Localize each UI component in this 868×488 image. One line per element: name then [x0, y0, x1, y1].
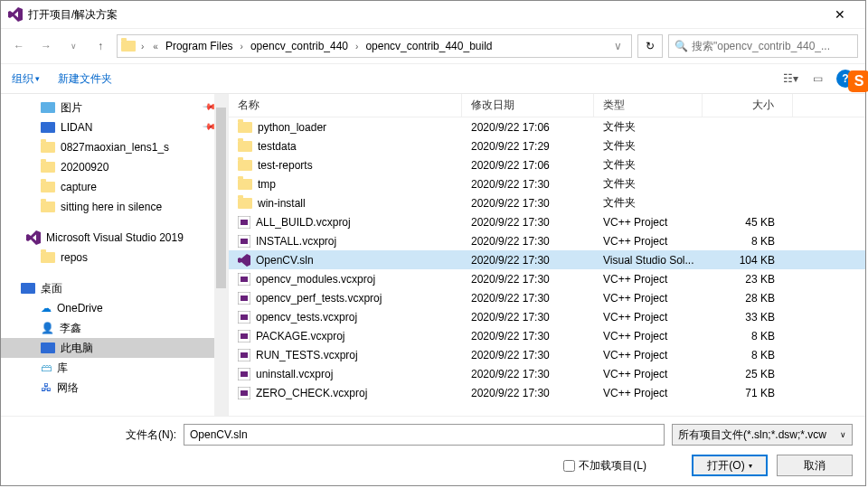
sidebar-item-label: 网络 — [57, 380, 79, 396]
file-date: 2020/9/22 17:06 — [471, 159, 550, 172]
preview-button[interactable]: ▭ — [806, 69, 829, 89]
sidebar-item[interactable]: LIDAN📌 — [1, 117, 228, 137]
col-name[interactable]: 名称 — [229, 94, 462, 117]
open-button[interactable]: 打开(O) ▾ — [692, 455, 768, 476]
navbar: ← → ∨ ↑ › « Program Files › opencv_contr… — [1, 29, 865, 63]
sidebar-item[interactable]: 0827maoxian_lens1_s — [1, 137, 228, 157]
file-size: 33 KB — [745, 311, 775, 324]
sidebar-item-thispc[interactable]: 此电脑 — [1, 338, 228, 358]
file-row[interactable]: opencv_perf_tests.vcxproj2020/9/22 17:30… — [229, 288, 865, 307]
filename-input[interactable] — [184, 424, 665, 446]
sidebar-item-label: 20200920 — [61, 161, 108, 174]
sidebar-item-network[interactable]: 🖧网络 — [1, 378, 228, 398]
search-box[interactable]: 🔍 — [668, 34, 858, 58]
file-row[interactable]: python_loader2020/9/22 17:06文件夹 — [229, 117, 865, 136]
file-size: 28 KB — [745, 292, 775, 305]
bc-seg-2[interactable]: opencv_contrib_440_build — [363, 40, 494, 52]
folder-icon — [41, 182, 55, 192]
noload-checkbox-input[interactable] — [563, 460, 575, 472]
file-row[interactable]: PACKAGE.vcxproj2020/9/22 17:30VC++ Proje… — [229, 326, 865, 345]
sidebar-item-onedrive[interactable]: ☁OneDrive — [1, 298, 228, 318]
file-size: 8 KB — [751, 330, 775, 343]
file-type: VC++ Project — [603, 330, 667, 343]
folder-icon — [238, 160, 252, 171]
file-type: 文件夹 — [603, 138, 636, 154]
filetype-dropdown[interactable]: 所有项目文件(*.sln;*.dsw;*.vcw∨ — [672, 424, 853, 446]
sidebar-item-libraries[interactable]: 🗃库 — [1, 358, 228, 378]
vcxproj-icon — [238, 310, 250, 324]
refresh-button[interactable]: ↻ — [637, 34, 663, 58]
file-row[interactable]: test-reports2020/9/22 17:06文件夹 — [229, 155, 865, 174]
file-row[interactable]: tmp2020/9/22 17:30文件夹 — [229, 174, 865, 193]
file-row[interactable]: ZERO_CHECK.vcxproj2020/9/22 17:30VC++ Pr… — [229, 383, 865, 402]
close-button[interactable]: ✕ — [822, 1, 858, 28]
sidebar-item-vs[interactable]: Microsoft Visual Studio 2019 — [1, 228, 228, 248]
file-name: opencv_perf_tests.vcxproj — [256, 292, 382, 305]
file-row[interactable]: uninstall.vcxproj2020/9/22 17:30VC++ Pro… — [229, 364, 865, 383]
file-row[interactable]: OpenCV.sln2020/9/22 17:30Visual Studio S… — [229, 250, 865, 269]
sidebar-item-desktop[interactable]: 桌面 — [1, 278, 228, 298]
folder-icon — [238, 122, 252, 133]
monitor-icon — [41, 343, 55, 353]
file-row[interactable]: ALL_BUILD.vcxproj2020/9/22 17:30VC++ Pro… — [229, 212, 865, 231]
file-size: 25 KB — [745, 368, 775, 380]
col-type[interactable]: 类型 — [594, 94, 703, 117]
file-row[interactable]: RUN_TESTS.vcxproj2020/9/22 17:30VC++ Pro… — [229, 345, 865, 364]
file-name: ZERO_CHECK.vcxproj — [256, 387, 367, 399]
bc-seg-1[interactable]: opencv_contrib_440 — [249, 40, 350, 52]
sidebar-scrollbar[interactable] — [214, 94, 228, 416]
cancel-button[interactable]: 取消 — [777, 455, 853, 476]
toolbar: 组织 ▾ 新建文件夹 ☷▾ ▭ ? — [1, 63, 865, 94]
file-size: 104 KB — [740, 254, 775, 267]
libraries-icon: 🗃 — [41, 361, 52, 374]
col-size[interactable]: 大小 — [703, 94, 793, 117]
file-row[interactable]: win-install2020/9/22 17:30文件夹 — [229, 193, 865, 212]
forward-button[interactable]: → — [35, 35, 57, 57]
sidebar-item[interactable]: 20200920 — [1, 157, 228, 177]
file-size: 71 KB — [745, 387, 775, 399]
noload-checkbox[interactable]: 不加载项目(L) — [563, 458, 646, 474]
search-input[interactable] — [692, 40, 852, 52]
organize-button[interactable]: 组织 ▾ — [12, 71, 40, 87]
file-list: 名称 修改日期 类型 大小 python_loader2020/9/22 17:… — [229, 94, 865, 416]
file-type: VC++ Project — [603, 292, 667, 305]
file-row[interactable]: opencv_tests.vcxproj2020/9/22 17:30VC++ … — [229, 307, 865, 326]
file-row[interactable]: opencv_modules.vcxproj2020/9/22 17:30VC+… — [229, 269, 865, 288]
sidebar-item[interactable]: capture — [1, 177, 228, 197]
sidebar-item-label: 此电脑 — [61, 341, 93, 356]
chevron-down-icon[interactable]: ∨ — [609, 40, 627, 52]
file-row[interactable]: INSTALL.vcxproj2020/9/22 17:30VC++ Proje… — [229, 231, 865, 250]
file-date: 2020/9/22 17:30 — [471, 368, 550, 380]
file-date: 2020/9/22 17:30 — [471, 311, 550, 324]
col-date[interactable]: 修改日期 — [462, 94, 594, 117]
file-date: 2020/9/22 17:30 — [471, 235, 550, 248]
file-type: VC++ Project — [603, 368, 667, 380]
s-badge-icon: S — [848, 70, 868, 92]
filename-label: 文件名(N): — [14, 427, 176, 443]
sidebar-item[interactable]: sitting here in silence — [1, 197, 228, 217]
view-button[interactable]: ☷▾ — [778, 69, 802, 89]
vcxproj-icon — [238, 291, 250, 305]
chevron-icon: › — [237, 42, 247, 52]
vcxproj-icon — [238, 329, 250, 343]
up-button[interactable]: ↑ — [90, 35, 111, 57]
file-type: VC++ Project — [603, 235, 667, 248]
sidebar-item-user[interactable]: 👤李鑫 — [1, 318, 228, 338]
file-name: INSTALL.vcxproj — [256, 235, 336, 248]
file-name: uninstall.vcxproj — [256, 368, 333, 380]
vcxproj-icon — [238, 234, 250, 249]
file-name: RUN_TESTS.vcxproj — [256, 349, 358, 361]
file-row[interactable]: testdata2020/9/22 17:29文件夹 — [229, 136, 865, 155]
sidebar-item[interactable]: 图片📌 — [1, 98, 228, 117]
bc-ellipsis[interactable]: « — [149, 42, 162, 52]
recent-dropdown[interactable]: ∨ — [62, 35, 84, 57]
folder-icon — [238, 141, 252, 152]
vcxproj-icon — [238, 215, 250, 230]
back-button[interactable]: ← — [8, 35, 30, 57]
desktop-icon — [21, 283, 35, 294]
folder-icon — [41, 162, 55, 173]
newfolder-button[interactable]: 新建文件夹 — [58, 71, 112, 87]
sidebar-item-repos[interactable]: repos — [1, 248, 228, 267]
breadcrumb[interactable]: › « Program Files › opencv_contrib_440 ›… — [117, 34, 632, 58]
bc-seg-0[interactable]: Program Files — [164, 40, 235, 52]
